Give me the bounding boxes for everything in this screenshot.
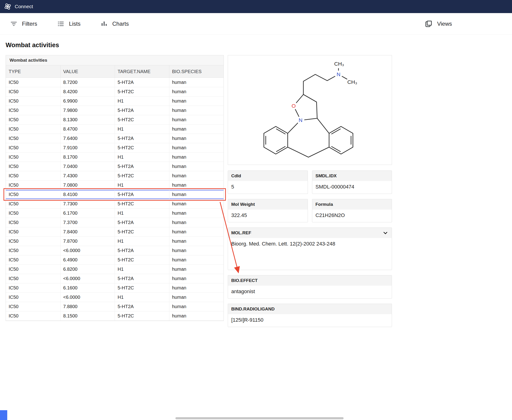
column-header[interactable]: VALUE (60, 65, 115, 78)
table-row[interactable]: IC50 8.1700 H1 human (6, 152, 223, 162)
cell-value: 8.4200 (60, 87, 115, 97)
table-row[interactable]: IC50 7.6400 5-HT2A human (6, 134, 223, 143)
cell-bio-species: human (169, 227, 223, 237)
charts-button[interactable]: Charts (100, 20, 129, 28)
cell-target-name: 5-HT2A (115, 134, 169, 143)
cell-type: IC50 (6, 171, 60, 180)
cell-type: IC50 (6, 190, 60, 199)
cell-value: 7.0400 (60, 162, 115, 171)
main-content: Wombat activities TYPEVALUETARGET.NAMEBI… (0, 55, 512, 327)
table-panel-title: Wombat activities (6, 55, 223, 65)
cell-bio-species: human (169, 180, 223, 190)
table-row[interactable]: IC50 8.1500 5-HT2C human (6, 311, 223, 321)
cell-type: IC50 (6, 274, 60, 283)
table-row[interactable]: IC50 7.8700 H1 human (6, 237, 223, 246)
filters-label: Filters (22, 21, 37, 27)
cell-value: 8.4100 (60, 190, 115, 199)
table-row[interactable]: IC50 6.9900 H1 human (6, 97, 223, 106)
table-row[interactable]: IC50 6.8200 H1 human (6, 265, 223, 274)
charts-label: Charts (112, 21, 129, 27)
table-row[interactable]: IC50 8.4700 H1 human (6, 125, 223, 134)
cell-type: IC50 (6, 255, 60, 265)
table-row[interactable]: IC50 7.9100 5-HT2C human (6, 143, 223, 152)
cell-type: IC50 (6, 115, 60, 125)
methyl-top-label: CH₃ (334, 60, 344, 67)
table-row[interactable]: IC50 7.9800 5-HT2A human (6, 106, 223, 115)
table-row[interactable]: IC50 7.0400 5-HT2A human (6, 162, 223, 171)
cell-target-name: 5-HT2C (115, 199, 169, 209)
lists-button[interactable]: Lists (57, 20, 80, 28)
cell-bio-species: human (169, 209, 223, 218)
table-row[interactable]: IC50 7.3700 5-HT2A human (6, 218, 223, 227)
card-value: antagonist (228, 286, 392, 298)
cell-type: IC50 (6, 246, 60, 255)
cell-bio-species: human (169, 311, 223, 321)
cell-value: 7.7300 (60, 199, 115, 209)
cell-bio-species: human (169, 162, 223, 171)
bind-radioligand-card: BIND.RADIOLIGAND [125I]R-91150 (228, 304, 392, 327)
cell-type: IC50 (6, 218, 60, 227)
cell-type: IC50 (6, 209, 60, 218)
table-row[interactable]: IC50 6.1700 H1 human (6, 209, 223, 218)
cell-value: 6.8200 (60, 265, 115, 274)
app-brand[interactable]: Connect (4, 3, 33, 10)
detail-card: SMDL.IDX SMDL-00000474 (312, 171, 392, 194)
table-row[interactable]: IC50 7.8800 5-HT2A human (6, 302, 223, 311)
cell-target-name: H1 (115, 180, 169, 190)
views-button[interactable]: Views (424, 20, 452, 28)
card-value: SMDL-00000474 (312, 181, 392, 194)
cell-target-name: 5-HT2A (115, 106, 169, 115)
cell-type: IC50 (6, 180, 60, 190)
table-row[interactable]: IC50 <6.0000 H1 human (6, 293, 223, 302)
cell-target-name: 5-HT2C (115, 255, 169, 265)
cell-bio-species: human (169, 125, 223, 134)
table-row[interactable]: IC50 8.4200 5-HT2C human (6, 87, 223, 97)
cell-value: 7.0800 (60, 180, 115, 190)
cell-value: 8.4700 (60, 125, 115, 134)
bar-chart-icon (100, 20, 108, 28)
cell-bio-species: human (169, 171, 223, 180)
column-header[interactable]: BIO.SPECIES (169, 65, 223, 78)
cell-bio-species: human (169, 115, 223, 125)
cell-type: IC50 (6, 162, 60, 171)
cell-type: IC50 (6, 143, 60, 152)
lists-label: Lists (69, 21, 80, 27)
cell-bio-species: human (169, 152, 223, 162)
cell-target-name: H1 (115, 237, 169, 246)
card-label: MOL.REF (231, 230, 251, 235)
cell-value: <6.0000 (60, 293, 115, 302)
horizontal-scrollbar-thumb[interactable] (175, 417, 344, 419)
cell-bio-species: human (169, 78, 223, 87)
card-value: [125I]R-91150 (228, 314, 392, 327)
table-row[interactable]: IC50 8.1300 5-HT2C human (6, 115, 223, 125)
card-label: Formula (316, 202, 333, 207)
cell-target-name: 5-HT2A (115, 246, 169, 255)
cell-target-name: 5-HT2C (115, 171, 169, 180)
table-row[interactable]: IC50 7.8400 5-HT2C human (6, 227, 223, 237)
table-row[interactable]: IC50 8.7200 5-HT2A human (6, 78, 223, 87)
table-row[interactable]: IC50 7.7300 5-HT2C human (6, 199, 223, 209)
amine-nitrogen-label: N (336, 71, 340, 77)
table-row[interactable]: IC50 6.1600 5-HT2C human (6, 283, 223, 293)
table-row[interactable]: IC50 <6.0000 5-HT2A human (6, 246, 223, 255)
cell-target-name: H1 (115, 209, 169, 218)
cell-value: 7.8800 (60, 302, 115, 311)
structure-box: N O N CH₃ CH₃ (228, 55, 392, 165)
cell-type: IC50 (6, 237, 60, 246)
cell-bio-species: human (169, 87, 223, 97)
cell-bio-species: human (169, 106, 223, 115)
table-row[interactable]: IC50 7.4300 5-HT2C human (6, 171, 223, 180)
table-row[interactable]: IC50 7.0800 H1 human (6, 180, 223, 190)
list-icon (57, 20, 65, 28)
filters-button[interactable]: Filters (10, 20, 37, 28)
chevron-down-icon[interactable] (382, 230, 388, 236)
cell-target-name: H1 (115, 97, 169, 106)
cell-bio-species: human (169, 218, 223, 227)
card-label: CdId (231, 173, 241, 179)
column-header[interactable]: TYPE (6, 65, 60, 78)
table-row[interactable]: IC50 6.4900 5-HT2C human (6, 255, 223, 265)
table-row[interactable]: IC50 8.4100 5-HT2A human (6, 190, 223, 199)
table-row[interactable]: IC50 <6.0000 5-HT2A human (6, 274, 223, 283)
column-header[interactable]: TARGET.NAME (115, 65, 169, 78)
cell-value: 8.1500 (60, 311, 115, 321)
